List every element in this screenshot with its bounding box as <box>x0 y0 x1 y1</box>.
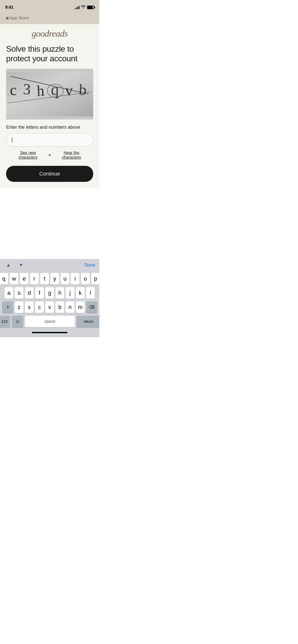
key-l[interactable]: l <box>86 287 95 299</box>
key-y[interactable]: y <box>50 273 59 285</box>
continue-button[interactable]: Continue <box>6 166 93 182</box>
captcha-image: c 3 h q v b c 3 h q v b <box>6 69 93 120</box>
key-v[interactable]: v <box>45 301 54 313</box>
key-backspace[interactable]: ⌫ <box>86 301 97 313</box>
key-123[interactable]: 123 <box>0 316 10 327</box>
page-title: Solve this puzzle to protect your accoun… <box>6 44 93 64</box>
keyboard-row-2: a s d f g h j k l <box>1 287 98 299</box>
key-o[interactable]: o <box>81 273 90 285</box>
keyboard-nav-buttons: ▲ ▼ <box>4 261 25 269</box>
home-indicator-area <box>1 330 98 336</box>
status-icons <box>75 5 94 10</box>
keyboard-row-3: ⇧ z x c v b n m ⌫ <box>1 301 98 313</box>
key-n[interactable]: n <box>66 301 74 313</box>
key-j[interactable]: j <box>66 287 74 299</box>
see-new-characters-button[interactable]: See new characters <box>6 151 50 160</box>
key-return[interactable]: return <box>76 316 99 327</box>
key-u[interactable]: u <box>61 273 69 285</box>
key-space[interactable]: space <box>25 316 75 327</box>
key-shift[interactable]: ⇧ <box>2 301 13 313</box>
captcha-input[interactable] <box>11 137 88 143</box>
input-label: Enter the letters and numbers above <box>6 125 93 130</box>
keyboard-row-4: 123 ☺ space return <box>1 316 98 327</box>
keyboard-toolbar: ▲ ▼ Done <box>0 259 99 271</box>
hear-characters-button[interactable]: Hear the characters <box>50 151 93 160</box>
home-bar <box>32 332 67 333</box>
keyboard-row-1: q w e r t y u i o p <box>1 273 98 285</box>
keyboard-next-button[interactable]: ▼ <box>17 261 25 269</box>
key-z[interactable]: z <box>15 301 23 313</box>
battery-icon <box>87 6 94 9</box>
key-c[interactable]: c <box>35 301 44 313</box>
keyboard-prev-button[interactable]: ▲ <box>4 261 13 269</box>
back-label: App Store <box>9 16 29 21</box>
keyboard: q w e r t y u i o p a s d f g h j k l ⇧ … <box>0 271 99 337</box>
goodreads-logo: goodreads <box>32 28 68 39</box>
key-r[interactable]: r <box>30 273 39 285</box>
key-p[interactable]: p <box>91 273 99 285</box>
captcha-image-container: c 3 h q v b c 3 h q v b <box>6 69 93 120</box>
content-area: goodreads Solve this puzzle to protect y… <box>0 24 99 188</box>
key-k[interactable]: k <box>76 287 85 299</box>
nav-bar: ◀ App Store <box>0 14 99 24</box>
key-s[interactable]: s <box>15 287 23 299</box>
key-d[interactable]: d <box>25 287 34 299</box>
key-b[interactable]: b <box>56 301 64 313</box>
logo-container: goodreads <box>6 24 93 44</box>
key-i[interactable]: i <box>71 273 79 285</box>
white-area <box>0 188 99 259</box>
key-emoji[interactable]: ☺ <box>12 316 23 327</box>
key-e[interactable]: e <box>20 273 29 285</box>
back-button[interactable]: ◀ App Store <box>5 15 29 21</box>
divider-dot <box>49 154 51 156</box>
status-time: 9:41 <box>5 5 13 10</box>
svg-text:h: h <box>37 93 43 98</box>
key-h[interactable]: h <box>56 287 64 299</box>
key-g[interactable]: g <box>45 287 54 299</box>
status-bar: 9:41 <box>0 0 99 14</box>
key-m[interactable]: m <box>76 301 85 313</box>
key-t[interactable]: t <box>40 273 49 285</box>
key-x[interactable]: x <box>25 301 34 313</box>
captcha-input-wrapper[interactable] <box>6 133 93 147</box>
links-row: See new characters Hear the characters <box>6 151 93 160</box>
wifi-icon <box>81 5 86 10</box>
key-w[interactable]: w <box>10 273 18 285</box>
svg-text:c: c <box>7 93 12 98</box>
signal-bars-icon <box>75 6 79 9</box>
back-chevron-icon: ◀ <box>5 15 8 21</box>
svg-text:3: 3 <box>25 92 31 98</box>
key-q[interactable]: q <box>0 273 8 285</box>
shift-icon: ⇧ <box>6 305 9 310</box>
backspace-icon: ⌫ <box>89 305 95 310</box>
key-f[interactable]: f <box>35 287 44 299</box>
key-a[interactable]: a <box>5 287 13 299</box>
keyboard-done-button[interactable]: Done <box>84 262 95 268</box>
svg-text:b: b <box>79 93 85 98</box>
svg-text:v: v <box>65 93 71 98</box>
